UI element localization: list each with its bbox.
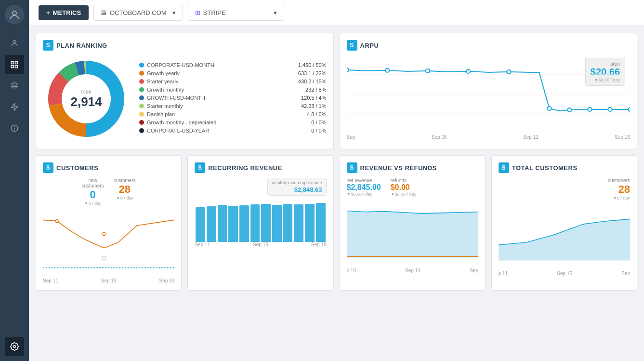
sidebar-item-info[interactable] (5, 119, 24, 138)
tc-chart (499, 203, 630, 271)
x-label: Sep 19 (311, 242, 327, 247)
bar (272, 205, 282, 242)
legend-value: 42.63 / 1% (288, 103, 327, 109)
svg-point-10 (13, 346, 16, 348)
svg-point-35 (102, 256, 106, 260)
legend-value: 430.2 / 15% (288, 79, 327, 84)
legend-name: GROWTH-USD-MONTH (147, 95, 285, 101)
svg-point-29 (608, 107, 612, 111)
refunds-label: refunds (391, 178, 416, 183)
new-customers-sub: ▼0 / day (82, 201, 104, 206)
sidebar-item-gear[interactable] (5, 337, 24, 356)
customers-count-value: 28 (114, 183, 136, 196)
customers-card: S CUSTOMERS newcustomers 0 ▼0 / day cust… (36, 155, 182, 291)
net-revenue-sub: ▼$0.00 / day (347, 192, 381, 197)
legend-dot (139, 71, 144, 76)
recurring-revenue-card: S RECURRING REVENUE monthly recurring re… (187, 155, 333, 291)
x-label: p 11 (499, 271, 508, 276)
legend-dot (139, 128, 144, 133)
rvr-svg (347, 201, 478, 268)
net-revenue-badge: net revenue $2,845.00 ▼$0.00 / day (347, 178, 381, 197)
chevron-down-icon: ▾ (172, 9, 176, 16)
tc-customers-value: 28 (499, 183, 630, 196)
bar (316, 203, 326, 242)
donut-total-label: total (70, 89, 102, 94)
plan-legend: CORPORATE-USD-MONTH 1,450 / 50% Growth y… (139, 62, 327, 136)
metrics-label: METRICS (53, 9, 81, 16)
legend-value: 4.8 / 0% (288, 111, 327, 117)
legend-name: Starter yearly (147, 79, 285, 84)
svg-point-23 (425, 69, 429, 73)
sidebar-item-flash[interactable] (5, 97, 24, 117)
revenue-refunds-label: REVENUE VS REFUNDS (360, 164, 437, 172)
svg-marker-36 (347, 211, 478, 258)
legend-name: Danish plan (147, 111, 285, 117)
arpu-chart-area: arpu $20.66 ▼$0.00 / day (347, 55, 631, 133)
revenue-refunds-title: S REVENUE VS REFUNDS (347, 162, 478, 173)
rr-bar-chart (195, 199, 326, 242)
legend-value: 0 / 0% (288, 120, 327, 125)
rvr-chart (347, 201, 478, 268)
x-label: Sep 15 (253, 242, 268, 247)
customers-count-label: customers (114, 178, 136, 183)
legend-dot (139, 120, 144, 125)
x-label: Sep (347, 134, 355, 140)
total-customers-label: TOTAL CUSTOMERS (512, 164, 578, 172)
bar (239, 205, 249, 242)
main-content: + METRICS 🏛 OCTOBOARD.COM ▾ ⊞ STRIPE ▾ S… (29, 0, 644, 361)
recurring-revenue-title: S RECURRING REVENUE (195, 162, 326, 173)
customers-count-badge: customers 28 ▼0 / day (114, 178, 136, 206)
customers-count-sub: ▼0 / day (114, 196, 136, 201)
plan-ranking-title: S PLAN RANKING (43, 40, 327, 51)
x-label: p 10 (347, 268, 356, 273)
x-label: Sep 15 (557, 271, 572, 276)
plus-icon: + (46, 9, 50, 16)
refunds-sub: ▼$0.00 / day (391, 192, 416, 197)
new-customers-badge: newcustomers 0 ▼0 / day (82, 178, 104, 206)
bar (261, 204, 271, 242)
bar (196, 207, 205, 242)
legend-value: 1,450 / 50% (288, 62, 327, 68)
customers-badges: newcustomers 0 ▼0 / day customers 28 ▼0 … (43, 178, 174, 206)
metrics-button[interactable]: + METRICS (39, 5, 89, 20)
arpu-title: S ARPU (347, 40, 631, 51)
svg-rect-4 (11, 66, 13, 68)
svg-marker-6 (11, 104, 18, 111)
legend-dot (139, 63, 144, 67)
tc-customers-sub: ▼0 / day (499, 196, 630, 201)
customers-line-svg (43, 209, 174, 276)
legend-dot (139, 95, 144, 100)
legend-item: Growth monthly - depreciated 0 / 0% (139, 120, 327, 125)
svg-point-33 (55, 219, 58, 223)
sidebar-item-grid[interactable] (5, 55, 24, 74)
x-label: Sep 11 (195, 242, 210, 247)
sidebar-item-bank[interactable] (5, 76, 24, 95)
arpu-card: S ARPU arpu $20.66 ▼$0.00 / day (340, 33, 638, 149)
svg-point-22 (385, 68, 389, 72)
x-label: Sep 16 (615, 134, 630, 140)
total-customers-card: S TOTAL CUSTOMERS customers 28 ▼0 / day … (491, 155, 637, 291)
stripe-logo-rr: S (195, 162, 205, 173)
donut-total-value: 2,914 (70, 94, 102, 109)
tc-x-labels: p 11Sep 15Sep (499, 271, 630, 276)
row-1: S PLAN RANKING (36, 33, 637, 149)
stripe-dropdown[interactable]: ⊞ STRIPE ▾ (188, 5, 284, 21)
sidebar-item-user[interactable] (5, 34, 24, 53)
logo (5, 5, 24, 24)
tc-svg (499, 203, 630, 271)
donut-center: total 2,914 (70, 89, 102, 109)
svg-point-30 (628, 107, 630, 111)
stripe-logo-plan: S (43, 40, 53, 51)
building-icon: 🏛 (101, 9, 107, 16)
net-revenue-value: $2,845.00 (347, 183, 381, 192)
legend-dot (139, 104, 144, 108)
donut-chart: total 2,914 (43, 55, 130, 142)
stripe-label: STRIPE (203, 9, 226, 16)
octoboard-dropdown[interactable]: 🏛 OCTOBOARD.COM ▾ (93, 5, 183, 21)
customers-title: S CUSTOMERS (43, 162, 174, 173)
rr-tooltip-label: monthly recurring revenue (272, 180, 322, 186)
customers-x-labels: Sep 11Sep 15Sep 19 (43, 278, 174, 283)
refunds-value: $0.00 (391, 183, 416, 192)
customers-label: CUSTOMERS (56, 164, 98, 172)
svg-point-0 (13, 11, 16, 15)
